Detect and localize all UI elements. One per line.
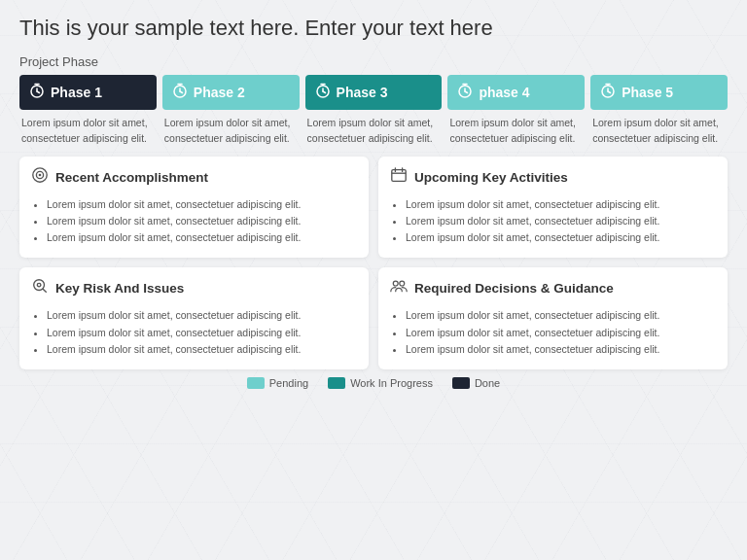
key-risk-issues-list: Lorem ipsum dolor sit amet, consectetuer… bbox=[31, 307, 357, 358]
timer-icon-2 bbox=[172, 83, 188, 102]
phase-desc-5: Lorem ipsum dolor sit amet, consectetuer… bbox=[590, 116, 728, 147]
required-decisions-title: Required Decisions & Guidance bbox=[414, 281, 614, 296]
phase-name-5: Phase 5 bbox=[622, 85, 673, 100]
phase-item-2: Phase 2Lorem ipsum dolor sit amet, conse… bbox=[162, 75, 300, 147]
phase-desc-2: Lorem ipsum dolor sit amet, consectetuer… bbox=[162, 116, 300, 147]
key-risk-issues-title: Key Risk And Issues bbox=[55, 281, 184, 296]
phase-desc-1: Lorem ipsum dolor sit amet, consectetuer… bbox=[19, 116, 157, 147]
list-item: Lorem ipsum dolor sit amet, consectetuer… bbox=[406, 325, 716, 341]
phase-item-5: Phase 5Lorem ipsum dolor sit amet, conse… bbox=[590, 75, 728, 147]
section-header-upcoming-key-activities: Upcoming Key Activities bbox=[390, 166, 716, 189]
legend-item-wip: Work In Progress bbox=[328, 377, 433, 389]
list-item: Lorem ipsum dolor sit amet, consectetuer… bbox=[406, 213, 716, 229]
phase-btn-4[interactable]: phase 4 bbox=[447, 75, 585, 110]
upcoming-key-activities-title: Upcoming Key Activities bbox=[414, 170, 568, 185]
list-item: Lorem ipsum dolor sit amet, consectetuer… bbox=[406, 196, 716, 213]
upcoming-key-activities-list: Lorem ipsum dolor sit amet, consectetuer… bbox=[390, 196, 716, 247]
svg-point-12 bbox=[400, 282, 405, 287]
legend-item-done: Done bbox=[452, 377, 500, 389]
list-item: Lorem ipsum dolor sit amet, consectetuer… bbox=[47, 307, 357, 324]
upcoming-key-activities-icon bbox=[390, 166, 408, 189]
list-item: Lorem ipsum dolor sit amet, consectetuer… bbox=[406, 341, 716, 358]
phase-name-3: Phase 3 bbox=[337, 85, 388, 100]
section-card-upcoming-key-activities: Upcoming Key ActivitiesLorem ipsum dolor… bbox=[378, 157, 728, 259]
recent-accomplishment-list: Lorem ipsum dolor sit amet, consectetuer… bbox=[31, 196, 357, 247]
legend-swatch-wip bbox=[328, 377, 345, 389]
timer-icon-5 bbox=[600, 83, 616, 102]
list-item: Lorem ipsum dolor sit amet, consectetuer… bbox=[406, 229, 716, 246]
svg-point-10 bbox=[37, 284, 41, 288]
page-title: This is your sample text here. Enter you… bbox=[19, 16, 728, 41]
section-header-recent-accomplishment: Recent Accomplishment bbox=[31, 166, 357, 189]
phase-item-1: Phase 1Lorem ipsum dolor sit amet, conse… bbox=[19, 75, 157, 147]
list-item: Lorem ipsum dolor sit amet, consectetuer… bbox=[47, 229, 357, 246]
project-phase-label: Project Phase bbox=[19, 54, 728, 69]
phase-desc-4: Lorem ipsum dolor sit amet, consectetuer… bbox=[447, 116, 585, 147]
legend-label-wip: Work In Progress bbox=[350, 377, 433, 389]
phase-item-4: phase 4Lorem ipsum dolor sit amet, conse… bbox=[447, 75, 585, 147]
phase-desc-3: Lorem ipsum dolor sit amet, consectetuer… bbox=[305, 116, 443, 147]
phase-btn-3[interactable]: Phase 3 bbox=[305, 75, 443, 110]
phase-name-1: Phase 1 bbox=[51, 85, 102, 100]
svg-point-7 bbox=[39, 173, 42, 176]
legend-swatch-pending bbox=[247, 377, 265, 389]
section-header-key-risk-issues: Key Risk And Issues bbox=[31, 277, 357, 299]
list-item: Lorem ipsum dolor sit amet, consectetuer… bbox=[47, 341, 357, 358]
legend-label-pending: Pending bbox=[269, 377, 308, 389]
phase-btn-2[interactable]: Phase 2 bbox=[162, 75, 300, 110]
phase-name-2: Phase 2 bbox=[194, 85, 245, 100]
key-risk-issues-icon bbox=[31, 277, 49, 299]
phase-btn-1[interactable]: Phase 1 bbox=[19, 75, 157, 110]
list-item: Lorem ipsum dolor sit amet, consectetuer… bbox=[47, 213, 357, 229]
phase-bar: Phase 1Lorem ipsum dolor sit amet, conse… bbox=[19, 75, 728, 147]
timer-icon-1 bbox=[29, 83, 45, 102]
phase-name-4: phase 4 bbox=[479, 85, 529, 100]
required-decisions-list: Lorem ipsum dolor sit amet, consectetuer… bbox=[390, 307, 716, 358]
phase-btn-5[interactable]: Phase 5 bbox=[590, 75, 728, 110]
timer-icon-3 bbox=[315, 83, 331, 102]
recent-accomplishment-icon bbox=[31, 166, 49, 189]
legend-label-done: Done bbox=[475, 377, 500, 389]
svg-rect-8 bbox=[392, 169, 406, 181]
timer-icon-4 bbox=[457, 83, 473, 102]
legend: PendingWork In ProgressDone bbox=[19, 377, 728, 389]
legend-swatch-done bbox=[452, 377, 470, 389]
lower-sections: Recent AccomplishmentLorem ipsum dolor s… bbox=[19, 157, 728, 370]
list-item: Lorem ipsum dolor sit amet, consectetuer… bbox=[47, 325, 357, 341]
section-header-required-decisions: Required Decisions & Guidance bbox=[390, 277, 716, 299]
phase-item-3: Phase 3Lorem ipsum dolor sit amet, conse… bbox=[305, 75, 443, 147]
required-decisions-icon bbox=[390, 277, 408, 299]
recent-accomplishment-title: Recent Accomplishment bbox=[55, 170, 208, 185]
legend-item-pending: Pending bbox=[247, 377, 308, 389]
section-card-required-decisions: Required Decisions & GuidanceLorem ipsum… bbox=[378, 267, 728, 369]
list-item: Lorem ipsum dolor sit amet, consectetuer… bbox=[406, 307, 716, 324]
section-card-recent-accomplishment: Recent AccomplishmentLorem ipsum dolor s… bbox=[19, 157, 369, 259]
section-card-key-risk-issues: Key Risk And IssuesLorem ipsum dolor sit… bbox=[19, 267, 369, 369]
list-item: Lorem ipsum dolor sit amet, consectetuer… bbox=[47, 196, 357, 213]
svg-point-11 bbox=[393, 282, 398, 287]
